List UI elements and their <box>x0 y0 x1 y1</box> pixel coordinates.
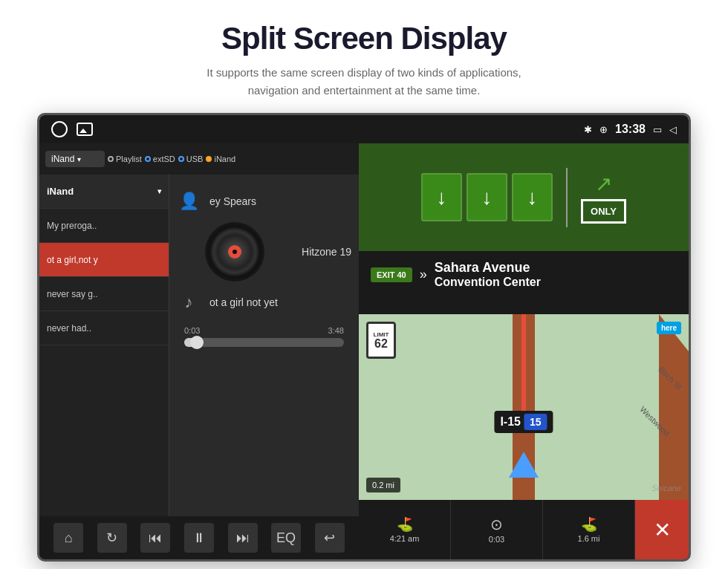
song-list: iNand ▾ My preroga.. ot a girl,not y nev… <box>39 175 359 516</box>
time-total: 3:48 <box>328 326 344 335</box>
track-4-title: never had.. <box>47 323 91 334</box>
only-label: ONLY <box>591 206 617 217</box>
image-icon <box>77 123 93 136</box>
sidebar-track-4[interactable]: never had.. <box>39 311 169 345</box>
clock-icon: ⊙ <box>490 516 503 533</box>
vinyl-hole <box>233 250 237 254</box>
status-right: ✱ ⊕ 13:38 ▭ ◁ <box>584 123 677 136</box>
green-arrow-1: ↓ <box>421 173 462 221</box>
radio-dot-playlist <box>108 156 114 162</box>
sidebar-track-1[interactable]: My preroga.. <box>39 209 169 243</box>
track-title: ot a girl not yet <box>209 296 278 308</box>
source-option-playlist[interactable]: Playlist <box>108 155 142 163</box>
music-note-icon: ♪ <box>177 290 201 314</box>
source-dropdown[interactable]: iNand ▾ <box>45 151 105 167</box>
close-x-icon: ✕ <box>654 518 671 542</box>
nav-arrow-icon <box>509 452 539 478</box>
sidebar-track-2[interactable]: ot a girl,not y <box>39 243 169 277</box>
route-line <box>521 314 526 426</box>
status-bar: ✱ ⊕ 13:38 ▭ ◁ <box>39 115 689 143</box>
nav-panel: ↓ ↓ ↓ ↗ ONLY <box>359 143 689 559</box>
radio-dot-inand <box>206 156 212 162</box>
device-frame: ✱ ⊕ 13:38 ▭ ◁ iNand ▾ Playlist <box>37 113 691 562</box>
pause-button[interactable]: ⏸ <box>184 523 214 553</box>
road-diag <box>659 314 689 500</box>
screen-icon: ▭ <box>653 124 662 135</box>
nav-distance-item: ⛳ 1.6 mi <box>543 500 635 559</box>
repeat-button[interactable]: ↻ <box>97 523 127 553</box>
source-option-usb[interactable]: USB <box>178 155 204 163</box>
inand-label: iNand <box>214 155 235 163</box>
green-arrow-panel: ↓ ↓ ↓ <box>421 173 553 221</box>
extsd-label: extSD <box>153 155 175 163</box>
track-album-row: Hitzone 19 <box>177 222 351 282</box>
speed-limit-sign: LIMIT 62 <box>366 322 396 359</box>
controls-bar: ⌂ ↻ ⏮ ⏸ ⏭ EQ ↩ <box>39 516 359 559</box>
nav-eta: 4:21 am <box>390 534 420 543</box>
exit-sign: EXIT 40 » Sahara Avenue Convention Cente… <box>359 251 689 298</box>
exit-destination: Sahara Avenue <box>435 260 541 276</box>
dropdown-arrow-icon: ▾ <box>77 155 81 163</box>
song-sidebar: iNand ▾ My preroga.. ot a girl,not y nev… <box>39 175 169 516</box>
source-option-extsd[interactable]: extSD <box>145 155 175 163</box>
green-arrow-2: ↓ <box>467 173 507 221</box>
time-current: 0:03 <box>184 326 200 335</box>
next-button[interactable]: ⏭ <box>228 523 258 553</box>
nav-bottom-bar: ⛳ 4:21 am ⊙ 0:03 ⛳ 1.6 mi ✕ <box>359 500 689 559</box>
green-arrow-3: ↓ <box>512 173 553 221</box>
prev-button[interactable]: ⏮ <box>140 523 170 553</box>
chevron-down-icon: ▾ <box>157 187 161 195</box>
eq-button[interactable]: EQ <box>271 523 301 553</box>
page-subtitle: It supports the same screen display of t… <box>30 64 698 100</box>
track-artist-row: 👤 ey Spears <box>177 189 351 213</box>
nav-distance: 1.6 mi <box>578 534 600 543</box>
split-area: iNand ▾ Playlist extSD USB iNand <box>39 143 689 559</box>
music-panel: iNand ▾ Playlist extSD USB iNand <box>39 143 359 559</box>
nav-close-button[interactable]: ✕ <box>635 500 689 559</box>
map-road-area: LIMIT 62 here Birch St Westwood 0.2 mi I… <box>359 314 689 500</box>
vinyl-disc <box>205 222 264 282</box>
radio-dot-usb <box>178 156 184 162</box>
track-3-title: never say g.. <box>47 289 98 299</box>
person-icon: 👤 <box>177 189 201 213</box>
sidebar-source-label[interactable]: iNand ▾ <box>39 175 169 209</box>
source-option-inand[interactable]: iNand <box>206 155 235 163</box>
arrow-down-icon-3: ↓ <box>527 186 538 209</box>
track-artist: ey Spears <box>209 195 256 207</box>
progress-section: 0:03 3:48 <box>177 326 351 347</box>
watermark: Seicane <box>651 484 681 492</box>
only-sign: ONLY <box>581 199 626 224</box>
playlist-label: Playlist <box>116 155 142 163</box>
arrow-down-icon-2: ↓ <box>482 186 493 209</box>
bluetooth-icon: ✱ <box>584 124 592 135</box>
vinyl-center <box>228 245 241 259</box>
home-button[interactable]: ⌂ <box>53 523 83 553</box>
back-icon: ◁ <box>669 124 677 135</box>
flag-end-icon: ⛳ <box>581 516 597 533</box>
sidebar-track-3[interactable]: never say g.. <box>39 277 169 311</box>
track-2-title: ot a girl,not y <box>47 255 98 265</box>
time-display: 0:03 3:48 <box>184 326 344 335</box>
track-info: 👤 ey Spears Hitzone 19 <box>177 189 351 314</box>
i15-text: I-15 <box>500 415 521 429</box>
now-playing: 👤 ey Spears Hitzone 19 <box>169 175 359 516</box>
arrow-down-icon-1: ↓ <box>437 186 447 209</box>
track-album: Hitzone 19 <box>302 246 351 258</box>
highway-sign-area: ↓ ↓ ↓ ↗ ONLY <box>359 143 689 251</box>
circle-icon <box>51 121 68 137</box>
progress-thumb[interactable] <box>190 336 204 349</box>
track-1-title: My preroga.. <box>47 221 97 231</box>
only-arrow-icon: ↗ <box>595 172 612 196</box>
source-label: iNand <box>51 154 74 164</box>
usb-label: USB <box>186 155 204 163</box>
track-title-row: ♪ ot a girl not yet <box>177 290 351 314</box>
exit-arrow: » <box>420 267 427 282</box>
interstate-badge: 15 <box>524 414 547 430</box>
dist-info: 0.2 mi <box>366 478 400 492</box>
back-button[interactable]: ↩ <box>315 523 345 553</box>
exit-sub: Convention Center <box>435 276 541 289</box>
i15-sign: I-15 15 <box>494 411 553 433</box>
progress-track[interactable] <box>184 338 344 347</box>
nav-drive-time: 0:03 <box>489 535 504 544</box>
status-left-icons <box>51 121 93 137</box>
